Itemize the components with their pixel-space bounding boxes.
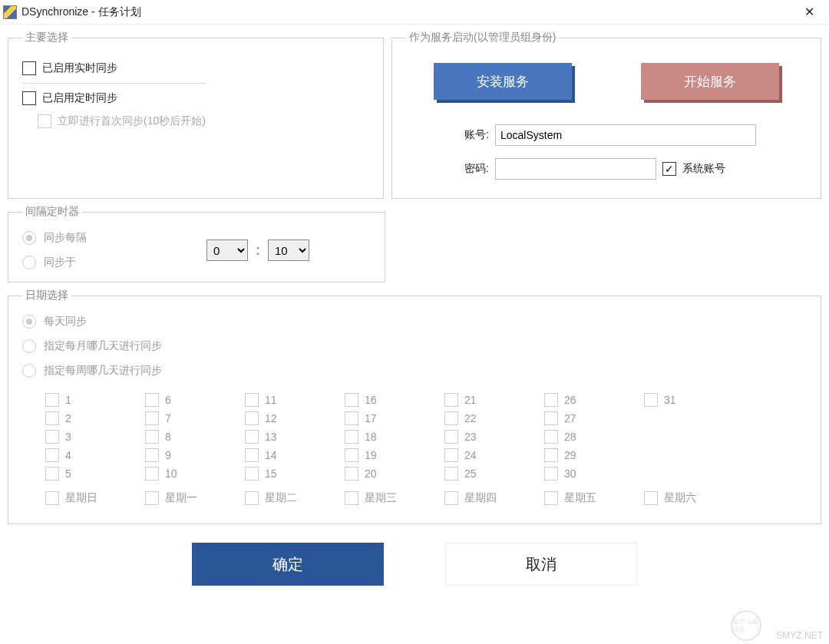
timed-sync-label: 已启用定时同步	[42, 91, 117, 105]
day-12-label: 12	[265, 412, 277, 424]
day-27-checkbox	[544, 411, 558, 425]
day-25-checkbox	[444, 467, 458, 481]
day-28-checkbox	[544, 430, 558, 444]
day-14-label: 14	[265, 449, 277, 461]
day-23-checkbox	[444, 430, 458, 444]
day-31-label: 31	[664, 394, 676, 406]
day-24-label: 24	[464, 449, 477, 461]
day-20-checkbox	[345, 467, 358, 481]
month-days-label: 指定每月哪几天进行同步	[44, 339, 162, 353]
day-13-checkbox	[245, 430, 259, 444]
day-21-checkbox	[444, 393, 458, 407]
weekday-5-label: 星期五	[564, 491, 596, 505]
install-service-button[interactable]: 安装服务	[434, 63, 572, 100]
day-9-checkbox	[145, 448, 159, 462]
close-icon[interactable]: ✕	[792, 1, 826, 24]
day-4-checkbox	[45, 448, 59, 462]
weekday-1-label: 星期一	[165, 491, 197, 505]
sync-at-label: 同步于	[44, 256, 76, 269]
weekday-6-checkbox	[644, 491, 658, 505]
day-14-checkbox	[245, 448, 259, 462]
weekday-2-label: 星期二	[265, 491, 297, 505]
day-6-checkbox	[145, 393, 159, 407]
divider	[22, 83, 206, 84]
weekday-3-checkbox	[345, 491, 358, 505]
day-18-checkbox	[345, 430, 358, 444]
day-30-checkbox	[544, 467, 558, 481]
weekday-6-label: 星期六	[664, 491, 696, 505]
day-22-label: 22	[464, 412, 477, 424]
weekday-0-label: 星期日	[65, 491, 97, 505]
day-10-label: 10	[165, 467, 177, 480]
day-12-checkbox	[245, 411, 259, 425]
day-29-checkbox	[544, 448, 558, 462]
day-28-label: 28	[564, 431, 576, 443]
day-1-label: 1	[65, 394, 71, 406]
day-21-label: 21	[464, 394, 477, 406]
day-3-label: 3	[65, 431, 71, 443]
day-31-checkbox	[644, 393, 658, 407]
minutes-select[interactable]: 10	[268, 239, 309, 261]
account-label: 账号:	[452, 128, 489, 142]
weekday-3-label: 星期三	[365, 491, 397, 505]
watermark-badge-icon: 值 什么值得买	[731, 610, 761, 641]
day-16-label: 16	[365, 394, 377, 406]
day-26-label: 26	[564, 394, 576, 406]
weekday-grid: 星期日星期一星期二星期三星期四星期五星期六	[22, 481, 807, 505]
system-account-label: 系统账号	[682, 162, 725, 176]
sync-every-radio	[22, 231, 36, 245]
day-11-checkbox	[245, 393, 259, 407]
first-sync-checkbox	[38, 114, 51, 128]
day-10-checkbox	[145, 467, 159, 481]
sync-every-label: 同步每隔	[44, 231, 87, 245]
day-26-checkbox	[544, 393, 558, 407]
day-17-checkbox	[345, 411, 358, 425]
interval-group: 间隔定时器 同步每隔 同步于 0 : 10	[8, 205, 385, 282]
day-19-checkbox	[345, 448, 358, 462]
weekday-5-checkbox	[544, 491, 558, 505]
day-15-label: 15	[265, 467, 277, 480]
daily-label: 每天同步	[44, 315, 87, 329]
day-6-label: 6	[165, 394, 171, 406]
password-label: 密码:	[452, 162, 489, 176]
day-18-label: 18	[365, 431, 377, 443]
realtime-sync-checkbox[interactable]	[22, 61, 36, 75]
hours-select[interactable]: 0	[206, 239, 248, 261]
day-8-label: 8	[165, 431, 171, 443]
time-colon: :	[256, 243, 260, 259]
weekday-0-checkbox	[45, 491, 59, 505]
start-service-button[interactable]: 开始服务	[641, 63, 779, 100]
day-7-checkbox	[145, 411, 159, 425]
day-30-label: 30	[564, 467, 576, 480]
day-29-label: 29	[564, 449, 576, 461]
day-2-checkbox	[45, 411, 59, 425]
window-title: DSynchronize - 任务计划	[21, 5, 792, 19]
ok-button[interactable]: 确定	[192, 543, 384, 586]
week-days-radio	[22, 364, 36, 378]
weekday-4-label: 星期四	[464, 491, 497, 505]
service-group: 作为服务启动(以管理员组身份) 安装服务 开始服务 账号: 密码: 系统账号	[391, 31, 821, 199]
week-days-label: 指定每周哪几天进行同步	[44, 364, 162, 378]
day-1-checkbox	[45, 393, 59, 407]
password-input[interactable]	[495, 158, 656, 180]
day-27-label: 27	[564, 412, 576, 424]
account-input[interactable]	[495, 124, 756, 146]
first-sync-label: 立即进行首次同步(10秒后开始)	[58, 114, 206, 128]
weekday-2-checkbox	[245, 491, 259, 505]
timed-sync-checkbox[interactable]	[22, 91, 36, 105]
app-icon	[3, 5, 17, 19]
system-account-checkbox[interactable]	[662, 162, 676, 176]
day-5-checkbox	[45, 467, 59, 481]
weekday-1-checkbox	[145, 491, 159, 505]
day-13-label: 13	[265, 431, 277, 443]
day-20-label: 20	[365, 467, 377, 480]
day-23-label: 23	[464, 431, 477, 443]
sync-at-radio	[22, 256, 36, 269]
date-select-group: 日期选择 每天同步 指定每月哪几天进行同步 指定每周哪几天进行同步 161116…	[8, 289, 821, 524]
day-9-label: 9	[165, 449, 171, 461]
day-4-label: 4	[65, 449, 71, 461]
weekday-4-checkbox	[444, 491, 458, 505]
cancel-button[interactable]: 取消	[445, 543, 637, 586]
month-days-radio	[22, 339, 36, 353]
day-22-checkbox	[444, 411, 458, 425]
